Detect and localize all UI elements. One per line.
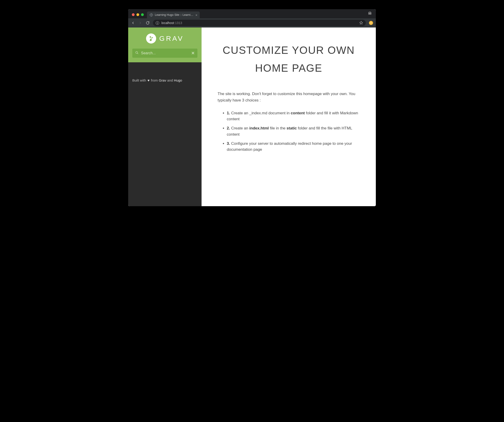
search-icon — [135, 51, 139, 55]
bookmark-star-icon[interactable] — [359, 21, 363, 25]
page-viewport: GRAV ✕ Built with ♥ from Grav and Hugo C… — [128, 28, 376, 206]
search-input[interactable] — [141, 51, 191, 55]
tab-strip: Learning Hugo Site :: Learning × — [128, 9, 376, 18]
sidebar-footer-text: Built with ♥ from Grav and Hugo — [132, 78, 198, 82]
search-box[interactable]: ✕ — [132, 49, 198, 58]
svg-point-3 — [150, 36, 151, 38]
window-minimize-button[interactable] — [136, 13, 139, 16]
logo-mark-icon — [146, 34, 156, 44]
svg-line-5 — [137, 53, 138, 54]
tab-title: Learning Hugo Site :: Learning — [155, 13, 193, 17]
item-bold: index.html — [249, 126, 269, 130]
nav-reload-button[interactable] — [146, 21, 150, 25]
tab-close-button[interactable]: × — [195, 13, 198, 17]
list-item: 3. Configure your server to automaticall… — [227, 141, 360, 153]
item-bold: content — [291, 111, 305, 115]
main-content: CUSTOMIZE YOUR OWN HOME PAGE The site is… — [202, 28, 376, 206]
window-close-button[interactable] — [132, 13, 135, 16]
nav-forward-button[interactable] — [138, 21, 142, 25]
logo-text: GRAV — [159, 35, 184, 42]
footer-prefix: Built with — [132, 78, 147, 82]
browser-window: Learning Hugo Site :: Learning × i local… — [128, 9, 376, 206]
heart-icon: ♥ — [147, 78, 150, 82]
footer-link-grav[interactable]: Grav — [159, 78, 166, 82]
tab-favicon-icon — [150, 13, 153, 17]
item-number: 3. — [227, 141, 230, 146]
browser-tab[interactable]: Learning Hugo Site :: Learning × — [147, 12, 200, 18]
choices-list: 1. Create an _index.md document in conte… — [218, 110, 360, 153]
footer-link-hugo[interactable]: Hugo — [174, 78, 182, 82]
browser-toolbar: i localhost:1313 ! — [128, 18, 376, 28]
item-number: 2. — [227, 126, 230, 130]
window-maximize-button[interactable] — [141, 13, 144, 16]
intro-paragraph: The site is working. Don't forget to cus… — [218, 91, 360, 103]
search-clear-button[interactable]: ✕ — [191, 51, 195, 56]
url-host: localhost — [162, 21, 174, 25]
incognito-icon — [368, 11, 372, 17]
page-title: CUSTOMIZE YOUR OWN HOME PAGE — [218, 41, 360, 77]
item-text: Configure your server to automatically r… — [227, 141, 352, 152]
footer-mid: from — [150, 78, 159, 82]
site-info-icon[interactable]: i — [156, 21, 159, 25]
item-text: file in the — [269, 126, 287, 130]
item-number: 1. — [227, 111, 230, 115]
list-item: 1. Create an _index.md document in conte… — [227, 110, 360, 122]
svg-point-0 — [368, 13, 370, 14]
address-bar-text: localhost:1313 — [162, 21, 357, 25]
item-text: Create an — [230, 126, 249, 130]
site-logo[interactable]: GRAV — [132, 34, 198, 44]
item-text: Create an _index.md document in — [230, 111, 291, 115]
footer-and: and — [166, 78, 174, 82]
sidebar-header: GRAV ✕ — [128, 28, 202, 62]
sidebar: GRAV ✕ Built with ♥ from Grav and Hugo — [128, 28, 202, 206]
list-item: 2. Create an index.html file in the stat… — [227, 125, 360, 137]
sidebar-body: Built with ♥ from Grav and Hugo — [128, 62, 202, 206]
window-controls — [131, 13, 145, 18]
profile-avatar[interactable]: ! — [369, 21, 373, 25]
item-bold: static — [287, 126, 297, 130]
nav-back-button[interactable] — [131, 21, 135, 25]
url-port: :1313 — [174, 21, 182, 25]
svg-marker-2 — [360, 21, 363, 24]
address-bar[interactable]: i localhost:1313 — [153, 20, 366, 26]
svg-point-1 — [370, 13, 371, 14]
